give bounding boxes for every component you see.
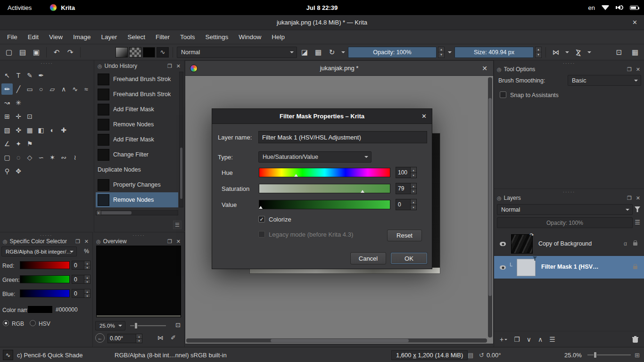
tool-select-shapes[interactable]: ↖ — [1, 70, 13, 81]
colorize-checkbox[interactable]: ✓ — [258, 216, 265, 222]
arrow-up-icon[interactable]: ▴ — [411, 199, 416, 205]
snap-to-assistants-label[interactable]: Snap to Assistants — [510, 92, 559, 99]
snap-to-assistants-checkbox[interactable] — [500, 91, 506, 98]
delete-layer-button[interactable] — [632, 334, 638, 345]
brush-preset-name[interactable]: c) Pencil-6 Quick Shade — [17, 347, 83, 362]
pin-icon[interactable]: ✐ — [171, 334, 176, 341]
arrow-up-icon[interactable]: ▴ — [136, 334, 142, 339]
undo-list-settings-button[interactable]: ☰ — [173, 221, 182, 229]
preserve-alpha-button[interactable]: ▦ — [312, 46, 324, 58]
focused-app-indicator[interactable]: Krita — [50, 4, 75, 11]
undo-item[interactable]: Freehand Brush Strok — [96, 72, 178, 87]
tool-line[interactable]: ╱ — [13, 83, 24, 95]
menu-file[interactable]: File — [2, 30, 23, 44]
tool-pan[interactable]: ✥ — [13, 165, 24, 177]
layer-options-menu-icon[interactable]: ☰ — [635, 219, 640, 226]
tool-select-polygonal[interactable]: ◇ — [24, 152, 35, 163]
tool-crop[interactable]: ⊡ — [24, 111, 35, 122]
value-spinbox[interactable]: 0 ▴▾ — [396, 199, 417, 210]
hue-slider[interactable] — [259, 168, 390, 177]
zoom-slider[interactable] — [587, 347, 631, 362]
brush-preset-indicator[interactable]: ∿ — [3, 347, 13, 362]
close-docker-icon[interactable]: ✕ — [175, 239, 182, 245]
tool-smart-patch[interactable]: ✚ — [58, 124, 69, 136]
tool-select-freehand[interactable]: ∽ — [35, 152, 47, 163]
float-docker-icon[interactable]: ❐ — [74, 239, 81, 245]
menu-window[interactable]: Window — [233, 30, 266, 44]
tool-dynamic-brush[interactable]: ↝ — [1, 97, 13, 108]
float-docker-icon[interactable]: ❐ — [626, 195, 633, 201]
tool-calligraphy[interactable]: ✒ — [35, 70, 47, 81]
tool-multibrush[interactable]: ✳ — [13, 97, 24, 108]
docker-lock-icon[interactable]: ◎ — [497, 66, 502, 73]
layer-visibility-icon[interactable] — [500, 242, 506, 246]
tool-polygon[interactable]: ▱ — [47, 83, 58, 95]
menu-settings[interactable]: Settings — [200, 30, 233, 44]
keyboard-layout-indicator[interactable]: en — [588, 4, 595, 11]
undo-item[interactable]: Freehand Brush Strok — [96, 87, 178, 102]
layer-lock-icon[interactable] — [633, 266, 637, 269]
scrollbar-handle[interactable] — [180, 148, 182, 199]
inherit-alpha-icon[interactable]: α — [624, 240, 627, 247]
arrow-down-icon[interactable]: ▾ — [411, 205, 416, 210]
overview-zoom-slider[interactable] — [130, 322, 166, 329]
menu-filter[interactable]: Filter — [150, 30, 175, 44]
tool-select-similar[interactable]: ✶ — [47, 152, 58, 163]
ok-button[interactable]: OK — [390, 252, 428, 264]
mirror-horizontal-dropdown[interactable] — [563, 47, 570, 58]
saturation-spinbox[interactable]: 79 ▴▾ — [396, 183, 417, 194]
current-color-swatch[interactable] — [27, 305, 53, 313]
arrow-down-icon[interactable]: ▾ — [411, 189, 416, 194]
docker-lock-icon[interactable]: ◎ — [96, 239, 101, 245]
close-docker-icon[interactable]: ✕ — [175, 63, 182, 69]
hsv-radio[interactable] — [30, 320, 36, 326]
tool-gradient[interactable]: ▧ — [1, 124, 13, 136]
tool-polyline[interactable]: ∧ — [58, 83, 69, 95]
saturation-slider[interactable] — [259, 184, 390, 193]
duplicate-layer-button[interactable]: ❐ — [514, 334, 520, 345]
tool-ellipse[interactable]: ○ — [35, 83, 47, 95]
float-docker-icon[interactable]: ❐ — [166, 239, 173, 245]
redo-button[interactable]: ↷ — [64, 46, 76, 58]
menu-layer[interactable]: Layer — [96, 30, 123, 44]
brush-size-slider[interactable]: Size: 409.94 px — [454, 47, 534, 58]
tool-text[interactable]: T — [13, 70, 24, 81]
tool-bezier-curve[interactable]: ∿ — [69, 83, 81, 95]
docker-lock-icon[interactable]: ◎ — [497, 195, 502, 201]
arrow-down-icon[interactable]: ▾ — [136, 339, 142, 343]
arrow-up-icon[interactable]: ▴ — [411, 167, 416, 173]
reset-rotation-button[interactable]: ← — [95, 333, 105, 343]
tool-pattern-edit[interactable]: ▦ — [24, 124, 35, 136]
rgb-radio-label[interactable]: RGB — [12, 321, 24, 327]
move-layer-up-button[interactable]: ∧ — [538, 334, 543, 345]
close-docker-icon[interactable]: ✕ — [635, 195, 641, 201]
move-layer-down-button[interactable]: ∨ — [527, 334, 531, 345]
percent-label[interactable]: % — [84, 248, 89, 255]
eraser-mode-button[interactable]: ◪ — [298, 46, 311, 58]
new-document-button[interactable]: ▢ — [3, 46, 15, 58]
undo-item[interactable]: Property Changes — [96, 177, 178, 192]
layer-row-filter-mask-selected[interactable]: └ Filter Mask 1 (HSV… — [494, 256, 644, 279]
tool-select-rectangular[interactable]: ▢ — [1, 152, 13, 163]
tool-select-bezier[interactable]: ∾ — [58, 152, 69, 163]
layer-thumbnail[interactable]: ↷ — [511, 234, 533, 254]
brush-size-spin-arrows[interactable]: ▴▾ — [535, 47, 542, 58]
overview-thumbnail[interactable] — [96, 246, 181, 317]
colorize-label[interactable]: Colorize — [269, 213, 291, 225]
foreground-background-color-chooser[interactable] — [143, 47, 155, 58]
reload-preset-button[interactable]: ↻ — [326, 46, 338, 58]
gradient-chooser[interactable] — [116, 47, 128, 58]
arrow-up-icon[interactable]: ▴ — [84, 289, 90, 294]
tool-colorize-mask[interactable]: ◐ — [47, 124, 58, 136]
canvas-rotation-indicator[interactable]: ↺ 0.00° — [479, 347, 501, 362]
float-docker-icon[interactable]: ❐ — [166, 63, 173, 69]
tool-assistants[interactable]: ✦ — [13, 138, 24, 149]
mirror-view-icon[interactable]: ⋈ — [157, 334, 164, 341]
arrow-down-icon[interactable]: ▾ — [411, 173, 416, 178]
brush-smoothing-combobox[interactable]: Basic — [568, 75, 641, 86]
docker-lock-icon[interactable]: ◎ — [3, 239, 8, 245]
tool-edit-shapes[interactable]: ✎ — [24, 70, 35, 81]
arrow-up-icon[interactable]: ▴ — [84, 261, 90, 265]
menu-select[interactable]: Select — [122, 30, 150, 44]
add-layer-button[interactable]: + — [500, 334, 507, 345]
